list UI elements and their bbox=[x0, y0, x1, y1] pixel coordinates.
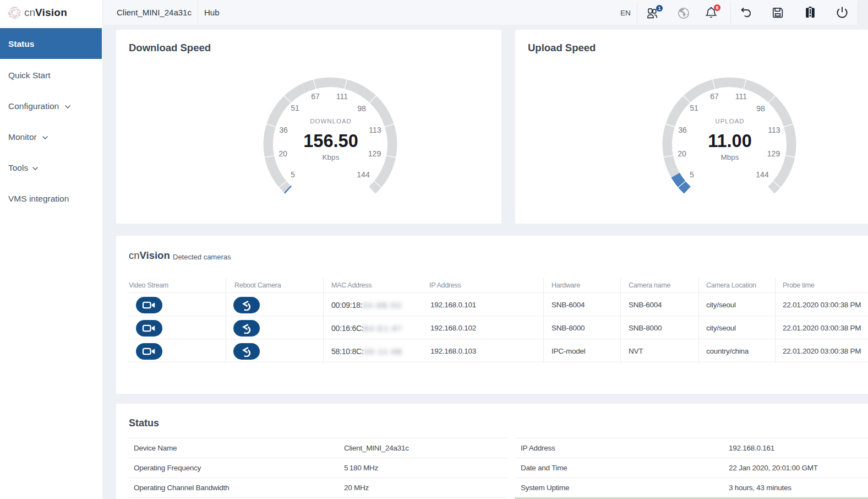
svg-text:20: 20 bbox=[279, 149, 287, 158]
svg-text:156.50: 156.50 bbox=[303, 131, 358, 151]
svg-text:113: 113 bbox=[768, 126, 780, 134]
svg-text:DOWNLOAD: DOWNLOAD bbox=[310, 118, 352, 124]
svg-text:67: 67 bbox=[710, 92, 719, 101]
svg-text:Mbps: Mbps bbox=[720, 153, 739, 161]
svg-text:129: 129 bbox=[767, 149, 780, 158]
svg-text:111: 111 bbox=[336, 92, 348, 101]
svg-text:67: 67 bbox=[311, 92, 320, 101]
svg-text:20: 20 bbox=[678, 149, 686, 158]
svg-text:5: 5 bbox=[690, 170, 694, 179]
svg-text:36: 36 bbox=[678, 126, 687, 134]
svg-text:113: 113 bbox=[369, 126, 381, 134]
svg-text:11.00: 11.00 bbox=[708, 131, 752, 151]
svg-text:129: 129 bbox=[368, 149, 381, 158]
svg-text:Kbps: Kbps bbox=[323, 153, 340, 161]
svg-text:5: 5 bbox=[291, 170, 295, 179]
svg-text:UPLOAD: UPLOAD bbox=[715, 118, 744, 124]
svg-text:51: 51 bbox=[690, 104, 698, 112]
svg-text:144: 144 bbox=[756, 170, 769, 179]
svg-text:36: 36 bbox=[279, 126, 288, 134]
svg-text:144: 144 bbox=[357, 170, 370, 179]
svg-text:98: 98 bbox=[357, 104, 366, 113]
svg-text:98: 98 bbox=[756, 104, 765, 113]
svg-text:51: 51 bbox=[291, 104, 299, 112]
svg-text:111: 111 bbox=[735, 92, 747, 101]
